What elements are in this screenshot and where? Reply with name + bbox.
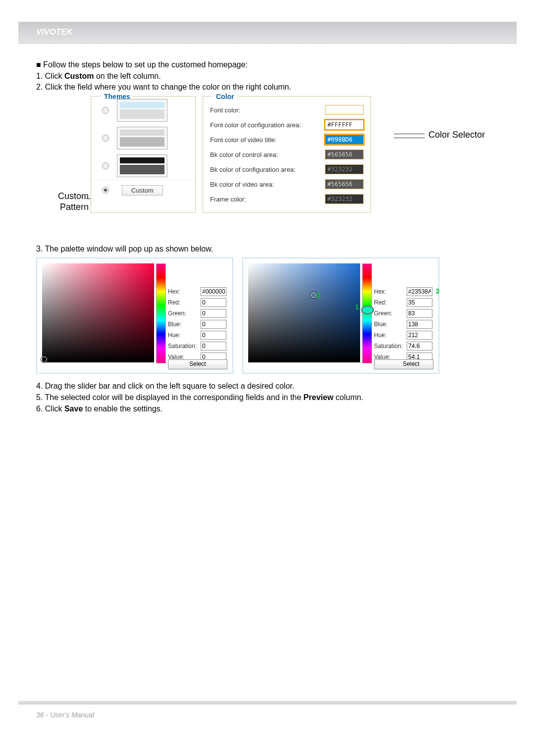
annotation-2: 2 xyxy=(317,291,321,299)
sat-input[interactable] xyxy=(407,342,432,351)
radio-icon[interactable] xyxy=(102,187,109,194)
hue-input[interactable] xyxy=(201,331,226,340)
blue-label: Blue: xyxy=(168,321,201,328)
step-6: 6. Click Save to enable the settings. xyxy=(36,403,499,415)
sat-input[interactable] xyxy=(201,342,226,351)
blue-input[interactable] xyxy=(407,320,432,329)
color-panel: Color Font color:Font color of configura… xyxy=(203,96,371,213)
color-legend: Color xyxy=(213,93,237,101)
palette-window: Hex: Red: Green: Blue: Hue: Saturation: … xyxy=(36,257,233,374)
theme-option-3[interactable] xyxy=(91,152,195,180)
color-row-label: Bk color of control area: xyxy=(210,151,325,158)
theme-thumbnail xyxy=(117,127,167,150)
color-swatch-input[interactable]: #FFFFFF xyxy=(325,120,364,130)
red-input[interactable] xyxy=(201,298,226,307)
hue-cursor-icon[interactable] xyxy=(361,305,374,314)
step-4: 4. Drag the slider bar and click on the … xyxy=(36,381,499,392)
hex-input[interactable] xyxy=(407,287,432,296)
palette-figures: Hex: Red: Green: Blue: Hue: Saturation: … xyxy=(36,257,499,374)
color-swatch-input[interactable]: #098BD6 xyxy=(325,135,364,145)
color-swatch-input[interactable] xyxy=(325,105,364,115)
hue-slider[interactable] xyxy=(156,263,166,363)
step-5: 5. The selected color will be displayed … xyxy=(36,392,499,403)
hue-slider[interactable] xyxy=(362,263,372,363)
color-swatch-input[interactable]: #323232 xyxy=(325,194,364,204)
red-input[interactable] xyxy=(407,298,432,307)
color-swatch-input[interactable]: #323232 xyxy=(325,164,364,174)
color-row: Bk color of configuration area:#323232 xyxy=(210,162,364,177)
instructions: ■ Follow the steps below to set up the c… xyxy=(36,59,499,93)
custom-pattern-label: Custom Pattern xyxy=(36,191,89,212)
color-swatch-input[interactable]: #565656 xyxy=(325,179,364,189)
themes-color-figure: Custom Pattern Themes xyxy=(36,96,499,225)
theme-option-custom[interactable]: Custom xyxy=(91,180,195,200)
sv-cursor-icon[interactable] xyxy=(41,356,47,362)
green-label: Green: xyxy=(168,310,201,317)
color-row: Font color: xyxy=(210,102,364,117)
green-label: Green: xyxy=(374,310,407,317)
color-row-label: Font color of video title: xyxy=(210,136,325,144)
sat-label: Saturation: xyxy=(168,343,201,350)
hue-label: Hue: xyxy=(374,332,407,339)
sat-label: Saturation: xyxy=(374,343,407,350)
green-input[interactable] xyxy=(407,309,432,318)
color-selector-label: Color Selector xyxy=(428,130,485,140)
custom-button[interactable]: Custom xyxy=(122,185,163,196)
annotation-3: 3 xyxy=(435,287,439,295)
color-row: Frame color:#323232 xyxy=(210,192,364,206)
color-row: Bk color of control area:#565656 xyxy=(210,147,364,162)
select-button[interactable]: Select xyxy=(168,359,227,369)
select-button[interactable]: Select xyxy=(374,359,433,369)
red-label: Red: xyxy=(374,299,407,306)
color-row-label: Bk color of configuration area: xyxy=(210,166,325,173)
color-row-label: Bk color of video area: xyxy=(210,181,325,188)
footer-divider xyxy=(18,701,517,705)
color-swatch-input[interactable]: #565656 xyxy=(325,150,364,159)
radio-icon[interactable] xyxy=(102,135,109,142)
theme-option-1[interactable] xyxy=(91,97,195,124)
step-2: 2. Click the field where you want to cha… xyxy=(36,82,499,93)
theme-option-2[interactable] xyxy=(91,124,195,152)
brand-label: VIVOTEK xyxy=(36,28,73,37)
color-row-label: Frame color: xyxy=(210,196,325,203)
sv-cursor-icon[interactable] xyxy=(311,292,317,298)
color-row: Font color of video title:#098BD6 xyxy=(210,132,364,147)
sv-picker[interactable] xyxy=(42,263,154,362)
hex-label: Hex: xyxy=(168,288,201,295)
steps-4-6: 4. Drag the slider bar and click on the … xyxy=(36,381,499,414)
intro-bullet: ■ Follow the steps below to set up the c… xyxy=(36,59,499,71)
theme-thumbnail xyxy=(117,99,167,122)
blue-input[interactable] xyxy=(201,320,226,329)
header-band xyxy=(18,22,517,44)
annotation-line xyxy=(394,138,425,138)
annotation-line xyxy=(394,134,425,134)
palette-window: 2 1 3 4 Hex: Red: Green: Blue: Hue: Satu… xyxy=(242,257,439,374)
step-1: 1. Click Custom on the left column. xyxy=(36,71,499,82)
annotation-1: 1 xyxy=(355,303,359,311)
red-label: Red: xyxy=(168,299,201,306)
hex-input[interactable] xyxy=(201,287,226,296)
theme-thumbnail xyxy=(117,154,167,177)
hex-label: Hex: xyxy=(374,288,407,295)
radio-icon[interactable] xyxy=(102,107,109,114)
radio-icon[interactable] xyxy=(102,162,109,169)
themes-panel: Themes Custom xyxy=(91,96,196,213)
step-3: 3. The palette window will pop up as sho… xyxy=(36,245,499,253)
green-input[interactable] xyxy=(201,309,226,318)
color-row-label: Font color of configuration area: xyxy=(210,121,325,129)
hue-input[interactable] xyxy=(407,331,432,340)
hue-label: Hue: xyxy=(168,332,201,339)
color-row: Font color of configuration area:#FFFFFF xyxy=(210,117,364,132)
footer-text: 36 - User's Manual xyxy=(36,711,94,719)
color-row: Bk color of video area:#565656 xyxy=(210,177,364,192)
color-row-label: Font color: xyxy=(210,106,325,114)
blue-label: Blue: xyxy=(374,321,407,328)
sv-picker[interactable]: 2 xyxy=(248,263,360,362)
